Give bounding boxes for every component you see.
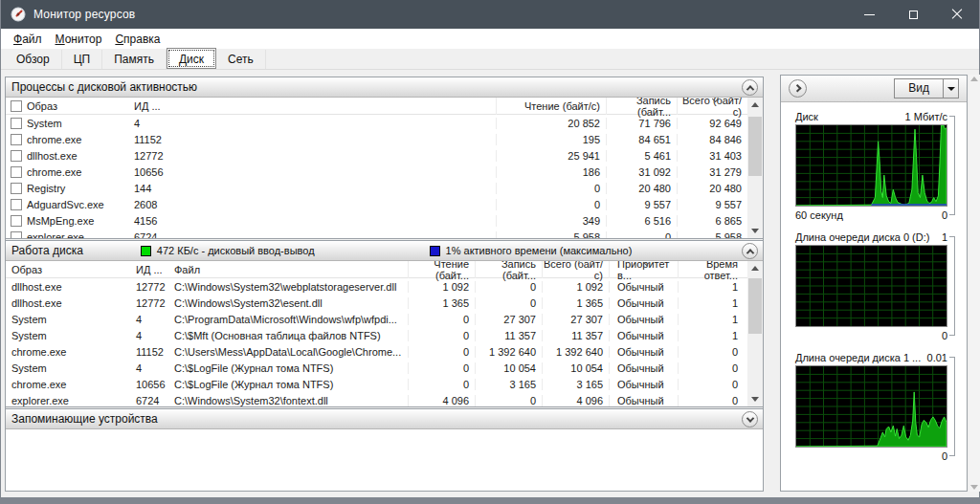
- tab-disk[interactable]: Диск: [167, 48, 216, 69]
- process-pid: 11152: [136, 346, 174, 358]
- col-write[interactable]: Запись (байт...: [606, 98, 677, 115]
- write-bytes: 5 461: [606, 150, 677, 162]
- table-row[interactable]: explorer.exe 6724 C:\Windows\System32\fo…: [6, 392, 747, 406]
- table-row[interactable]: AdguardSvc.exe 2608 0 9 557 9 557: [6, 196, 747, 212]
- window-bottom-border: [1, 497, 979, 504]
- processes-scrollbar[interactable]: [747, 98, 763, 238]
- scale-bracket: [949, 236, 955, 336]
- row-checkbox[interactable]: [6, 199, 27, 210]
- chevron-up-icon: [746, 249, 753, 256]
- row-checkbox[interactable]: [6, 134, 27, 145]
- scroll-down-icon[interactable]: [747, 392, 763, 406]
- col-priority[interactable]: Приоритет в...: [609, 261, 678, 278]
- total-bytes: 9 557: [677, 199, 747, 210]
- total-bytes: 6 865: [677, 215, 747, 227]
- col-file[interactable]: Файл: [174, 261, 408, 278]
- tab-network[interactable]: Сеть: [216, 50, 266, 69]
- table-row[interactable]: System 4 C:\$Mft (Основная таблица файло…: [6, 327, 747, 343]
- write-bytes: 0: [475, 297, 542, 309]
- collapse-button[interactable]: [742, 243, 758, 259]
- scroll-down-icon[interactable]: [747, 224, 763, 238]
- section-title: Процессы с дисковой активностью: [11, 80, 197, 94]
- tab-overview[interactable]: Обзор: [5, 50, 62, 69]
- table-row[interactable]: dllhost.exe 12772 C:\Windows\System32\we…: [6, 278, 747, 295]
- collapse-panel-button[interactable]: [789, 79, 807, 98]
- minimize-button[interactable]: [847, 0, 891, 29]
- section-header-storage[interactable]: Запоминающие устройства: [6, 409, 763, 429]
- tab-cpu[interactable]: ЦП: [62, 50, 103, 69]
- process-image: dllhost.exe: [6, 297, 136, 309]
- col-image[interactable]: Образ: [6, 261, 136, 278]
- write-bytes: 84 651: [606, 134, 677, 145]
- total-bytes: 4 096: [542, 395, 609, 406]
- menu-monitor[interactable]: Монитор: [49, 31, 109, 48]
- col-write[interactable]: Запись (байт...: [475, 261, 542, 278]
- dropdown-icon: [947, 87, 955, 91]
- row-checkbox[interactable]: [6, 166, 27, 178]
- menu-bar: Файл Монитор Справка: [1, 29, 979, 49]
- col-total[interactable]: Всего (байт/с): [542, 261, 609, 278]
- menu-help[interactable]: Справка: [108, 31, 167, 48]
- section-header-disk-activity[interactable]: Работа диска 472 КБ/с - дисковый ввод-вы…: [6, 241, 763, 261]
- row-checkbox[interactable]: [6, 150, 27, 162]
- row-checkbox[interactable]: [6, 215, 27, 227]
- scroll-up-icon[interactable]: [747, 261, 763, 275]
- row-checkbox[interactable]: [6, 231, 27, 239]
- expand-button[interactable]: [742, 411, 758, 427]
- table-row[interactable]: System 4 20 852 71 796 92 649: [6, 115, 747, 131]
- total-bytes: 20 480: [677, 183, 747, 194]
- menu-file[interactable]: Файл: [7, 31, 49, 48]
- queue1-graph-module: Длина очереди диска 1 ... 0.01 0: [795, 349, 958, 464]
- select-all-checkbox[interactable]: [6, 100, 27, 112]
- scroll-down-icon[interactable]: [970, 485, 978, 490]
- col-read[interactable]: Чтение (байт/с): [496, 98, 606, 115]
- graph-min-label: 0: [942, 209, 947, 221]
- left-column: Процессы с дисковой активностью Образ ИД…: [5, 77, 764, 492]
- table-row[interactable]: System 4 C:\ProgramData\Microsoft\Window…: [6, 311, 747, 327]
- col-read[interactable]: Чтение (байт...: [408, 261, 475, 278]
- scale-bracket: [949, 116, 955, 215]
- col-total[interactable]: Всего (байт/с): [677, 98, 747, 115]
- col-pid[interactable]: ИД ...: [136, 261, 174, 278]
- disk-tab-content: Процессы с дисковой активностью Образ ИД…: [1, 70, 980, 497]
- table-row[interactable]: System 4 C:\$LogFile (Журнал тома NTFS) …: [6, 360, 747, 376]
- col-response-time[interactable]: Время ответ...: [678, 261, 747, 278]
- scrollbar-thumb[interactable]: [748, 117, 762, 176]
- table-row[interactable]: chrome.exe 10656 C:\$LogFile (Журнал том…: [6, 376, 747, 392]
- disk-activity-scrollbar[interactable]: [747, 261, 763, 406]
- tab-memory[interactable]: Память: [102, 50, 167, 69]
- table-row[interactable]: dllhost.exe 12772 C:\Windows\System32\es…: [6, 295, 747, 311]
- table-row[interactable]: chrome.exe 11152 195 84 651 84 846: [6, 131, 747, 147]
- section-title: Запоминающие устройства: [11, 412, 158, 426]
- scroll-up-icon[interactable]: [747, 98, 763, 112]
- process-pid: 6724: [136, 395, 174, 406]
- maximize-button[interactable]: [891, 0, 935, 29]
- table-row[interactable]: chrome.exe 10656 186 31 092 31 279: [6, 164, 747, 180]
- graph-min-label: 0: [942, 330, 947, 341]
- read-bytes: 0: [496, 199, 606, 210]
- maximize-icon: [909, 11, 918, 19]
- collapse-button[interactable]: [742, 79, 758, 96]
- table-row[interactable]: explorer.exe 6724 5 958 0 5 958: [6, 229, 747, 238]
- table-row[interactable]: chrome.exe 11152 C:\Users\Mess\AppData\L…: [6, 343, 747, 360]
- row-checkbox[interactable]: [6, 118, 27, 129]
- view-button[interactable]: Вид: [894, 78, 959, 99]
- panel-scrollbar[interactable]: [969, 75, 980, 492]
- row-checkbox[interactable]: [6, 183, 27, 194]
- col-pid[interactable]: ИД ...: [134, 98, 191, 115]
- file-path: C:\Windows\System32\fontext.dll: [174, 395, 408, 406]
- write-bytes: 6 516: [606, 215, 677, 227]
- io-priority: Обычный: [609, 330, 678, 341]
- read-bytes: 195: [496, 134, 606, 145]
- scroll-up-icon[interactable]: [970, 77, 978, 81]
- close-button[interactable]: [935, 0, 979, 29]
- scrollbar-thumb[interactable]: [748, 278, 762, 334]
- section-header-processes[interactable]: Процессы с дисковой активностью: [6, 77, 763, 98]
- view-dropdown-arrow[interactable]: [943, 79, 958, 98]
- read-bytes: 0: [408, 346, 475, 358]
- process-pid: 4156: [134, 215, 191, 227]
- col-image[interactable]: Образ: [27, 98, 134, 115]
- table-row[interactable]: MsMpEng.exe 4156 349 6 516 6 865: [6, 212, 747, 229]
- table-row[interactable]: Registry 144 0 20 480 20 480: [6, 180, 747, 196]
- table-row[interactable]: dllhost.exe 12772 25 941 5 461 31 403: [6, 147, 747, 164]
